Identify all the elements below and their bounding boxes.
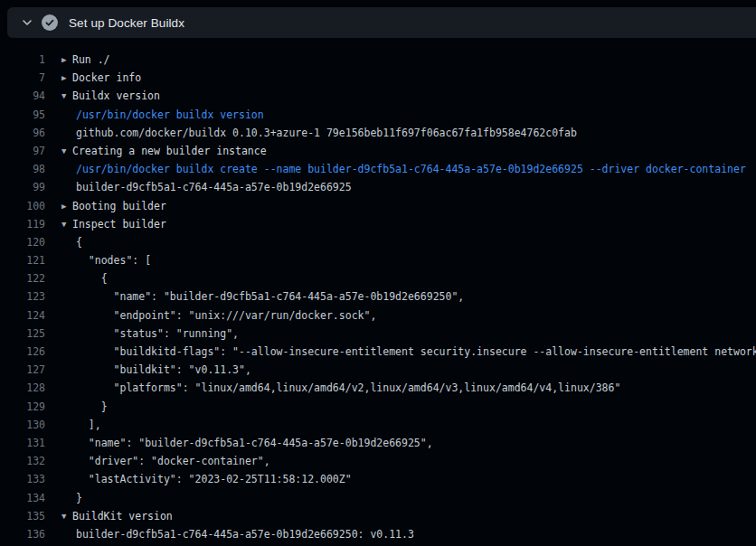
log-text: Inspect builder [72,215,166,233]
line-number[interactable]: 129 [0,398,45,416]
line-number[interactable]: 123 [0,287,45,306]
line-number[interactable]: 128 [0,379,45,397]
log-line[interactable]: 7 ▶ Docker info [0,69,756,87]
triangle-right-icon: ▶ [61,197,72,215]
triangle-down-icon: ▼ [61,87,72,105]
log-line: 122 { [0,269,756,287]
log-line: 125 "status": "running", [0,325,756,343]
log-text: } [76,489,82,507]
log-line[interactable]: 135 ▼ BuildKit version [0,507,756,525]
log-line: 98 /usr/bin/docker buildx create --name … [0,160,756,178]
line-number[interactable]: 126 [0,343,45,361]
triangle-down-icon: ▼ [61,142,72,160]
log-text: { [76,269,108,287]
log-text: github.com/docker/buildx 0.10.3+azure-1 … [76,124,577,142]
line-number[interactable]: 1 [0,51,45,69]
line-number[interactable]: 120 [0,233,45,251]
log-line: 134 } [0,489,756,507]
log-line: 124 "endpoint": "unix:///var/run/docker.… [0,306,756,325]
line-number[interactable]: 132 [0,452,45,470]
step-header[interactable]: Set up Docker Buildx [7,7,756,38]
line-number[interactable]: 94 [0,87,45,105]
line-number[interactable]: 124 [0,306,45,325]
log-text: "buildkitd-flags": "--allow-insecure-ent… [76,343,756,361]
triangle-right-icon: ▶ [61,51,72,69]
log-text: /usr/bin/docker buildx version [76,106,264,124]
log-text: "nodes": [ [76,251,151,269]
log-line: 132 "driver": "docker-container", [0,452,756,470]
log-line: 127 "buildkit": "v0.11.3", [0,361,756,379]
line-number[interactable]: 100 [0,197,45,215]
log-line: 133 "lastActivity": "2023-02-25T11:58:12… [0,470,756,488]
line-number[interactable]: 95 [0,106,45,124]
log-text: "platforms": "linux/amd64,linux/amd64/v2… [76,379,620,397]
chevron-down-icon[interactable] [22,17,33,28]
log-line: 120 { [0,233,756,251]
log-line: 129 } [0,398,756,416]
line-number[interactable]: 7 [0,69,45,87]
log-text: Run ./ [72,51,110,69]
log-line: 96 github.com/docker/buildx 0.10.3+azure… [0,124,756,142]
log-line[interactable]: 97 ▼ Creating a new builder instance [0,142,756,160]
log-line[interactable]: 1 ▶ Run ./ [0,51,756,69]
log-text: builder-d9cfb5a1-c764-445a-a57e-0b19d2e6… [76,178,352,196]
triangle-down-icon: ▼ [61,507,72,525]
log-text: BuildKit version [72,507,173,525]
log-line: 123 "name": "builder-d9cfb5a1-c764-445a-… [0,287,756,306]
log-text: { [76,233,82,251]
line-number[interactable]: 131 [0,434,45,452]
log-line[interactable]: 94 ▼ Buildx version [0,87,756,105]
log-text: "name": "builder-d9cfb5a1-c764-445a-a57e… [76,287,464,306]
line-number[interactable]: 99 [0,178,45,196]
log-text: Creating a new builder instance [72,142,267,160]
step-title: Set up Docker Buildx [69,16,184,30]
line-number[interactable]: 98 [0,160,45,178]
line-number[interactable]: 122 [0,269,45,287]
log-text: "driver": "docker-container", [76,452,270,470]
log-text: builder-d9cfb5a1-c764-445a-a57e-0b19d2e6… [76,525,414,543]
log-text: Docker info [72,69,141,87]
log-text: /usr/bin/docker buildx create --name bui… [76,160,746,178]
line-number[interactable]: 119 [0,215,45,233]
log-line: 130 ], [0,416,756,434]
log-text: "name": "builder-d9cfb5a1-c764-445a-a57e… [76,434,433,452]
line-number[interactable]: 96 [0,124,45,142]
line-number[interactable]: 133 [0,470,45,488]
log-line: 128 "platforms": "linux/amd64,linux/amd6… [0,379,756,397]
line-number[interactable]: 127 [0,361,45,379]
log-lines: 1 ▶ Run ./ 7 ▶ Docker info 94 ▼ Buildx v… [0,51,756,546]
log-text: ], [76,416,101,434]
log-text: "status": "running", [76,325,239,343]
log-line: 126 "buildkitd-flags": "--allow-insecure… [0,343,756,361]
line-number[interactable]: 125 [0,325,45,343]
triangle-right-icon: ▶ [61,69,72,87]
line-number[interactable]: 134 [0,489,45,507]
log-text: Buildx version [72,87,160,105]
log-line: 99 builder-d9cfb5a1-c764-445a-a57e-0b19d… [0,178,756,196]
log-line[interactable]: 100 ▶ Booting builder [0,197,756,215]
log-text: "endpoint": "unix:///var/run/docker.sock… [76,306,376,325]
triangle-down-icon: ▼ [61,215,72,233]
line-number[interactable]: 136 [0,525,45,543]
log-text: "lastActivity": "2023-02-25T11:58:12.000… [76,470,352,488]
log-text: Booting builder [72,197,166,215]
log-line: 136 builder-d9cfb5a1-c764-445a-a57e-0b19… [0,525,756,543]
line-number[interactable]: 121 [0,251,45,269]
log-line: 131 "name": "builder-d9cfb5a1-c764-445a-… [0,434,756,452]
log-text: } [76,398,108,416]
log-line: 95 /usr/bin/docker buildx version [0,106,756,124]
log-text: "buildkit": "v0.11.3", [76,361,251,379]
line-number[interactable]: 135 [0,507,45,525]
check-circle-icon [42,14,58,31]
log-line[interactable]: 119 ▼ Inspect builder [0,215,756,233]
log-line: 121 "nodes": [ [0,251,756,269]
line-number[interactable]: 130 [0,416,45,434]
line-number[interactable]: 97 [0,142,45,160]
